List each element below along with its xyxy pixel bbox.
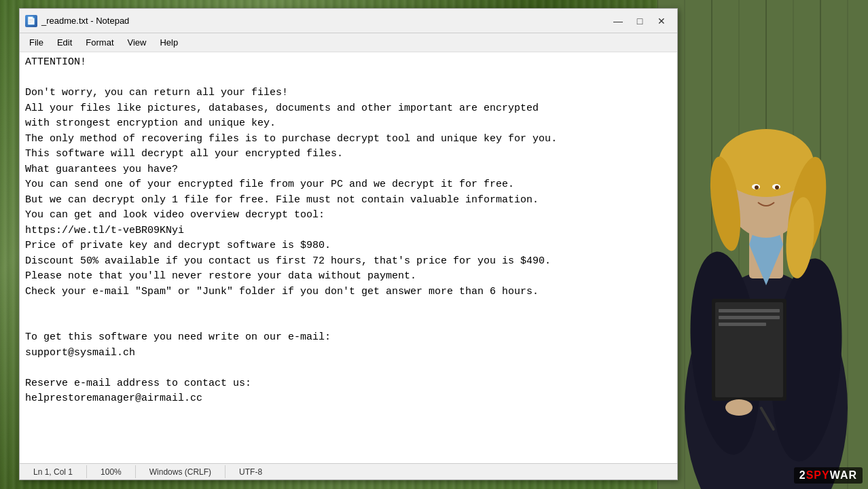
menu-format[interactable]: Format [79, 36, 120, 49]
window-controls: — □ ✕ [608, 13, 672, 29]
close-button[interactable]: ✕ [651, 13, 672, 29]
person-svg [657, 0, 868, 489]
cursor-position: Ln 1, Col 1 [20, 465, 87, 478]
watermark: 2SPYWAR [794, 467, 863, 484]
title-bar: 📄 _readme.txt - Notepad — □ ✕ [20, 9, 677, 33]
watermark-prefix: 2 [799, 469, 806, 481]
maximize-button[interactable]: □ [630, 13, 650, 29]
svg-rect-27 [719, 323, 766, 326]
menu-edit[interactable]: Edit [50, 36, 79, 49]
svg-point-21 [755, 185, 759, 189]
svg-rect-26 [719, 316, 780, 319]
watermark-suffix: WAR [830, 469, 857, 481]
svg-point-22 [775, 185, 779, 189]
menu-help[interactable]: Help [153, 36, 185, 49]
menu-view[interactable]: View [121, 36, 153, 49]
menu-bar: File Edit Format View Help [20, 33, 677, 52]
encoding: UTF-8 [225, 465, 276, 478]
svg-rect-25 [719, 309, 780, 312]
svg-point-28 [725, 399, 753, 416]
notepad-window: 📄 _readme.txt - Notepad — □ ✕ File Edit … [19, 8, 678, 480]
person-image [657, 0, 868, 489]
zoom-level: 100% [87, 465, 136, 478]
app-icon: 📄 [25, 15, 37, 27]
minimize-button[interactable]: — [608, 13, 628, 29]
menu-file[interactable]: File [22, 36, 50, 49]
watermark-spy: SPY [806, 469, 830, 481]
window-title: _readme.txt - Notepad [41, 16, 608, 26]
line-ending: Windows (CRLF) [136, 465, 225, 478]
text-editor[interactable]: ATTENTION! Don't worry, you can return a… [20, 52, 677, 463]
status-bar: Ln 1, Col 1 100% Windows (CRLF) UTF-8 [20, 463, 677, 479]
